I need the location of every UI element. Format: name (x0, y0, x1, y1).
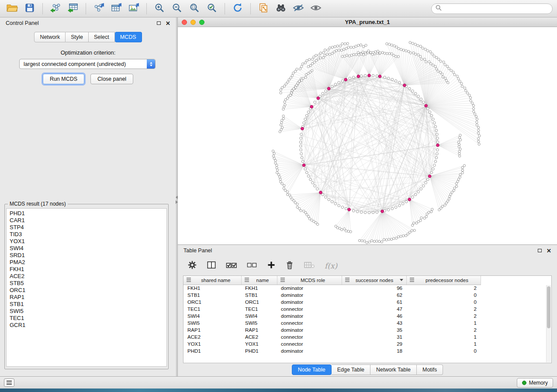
mcds-result-item[interactable]: ORC1 (10, 287, 163, 294)
table-cell: 29 (342, 340, 406, 347)
table-panel-title: Table Panel (183, 248, 212, 254)
mcds-result-item[interactable]: SRD1 (10, 252, 163, 259)
mcds-result-item[interactable]: YOX1 (10, 238, 163, 245)
table-cell: 62 (342, 292, 406, 299)
zoom-out-button[interactable] (169, 2, 185, 15)
add-column-button[interactable] (267, 261, 276, 271)
search-input[interactable] (444, 5, 548, 12)
network-graph[interactable] (178, 27, 557, 244)
run-mcds-button[interactable]: Run MCDS (43, 74, 84, 84)
table-row[interactable]: FKH1FKH1dominator962 (183, 285, 481, 292)
tab-style[interactable]: Style (66, 32, 89, 42)
mcds-result-item[interactable]: SWI4 (10, 245, 163, 252)
toolbar-separator (250, 3, 251, 14)
network-canvas[interactable] (178, 27, 557, 244)
export-image-button[interactable] (126, 2, 142, 15)
mcds-result-item[interactable]: STP4 (10, 224, 163, 231)
table-row[interactable]: SWI4SWI4dominator462 (183, 313, 481, 320)
hide-selected-button[interactable] (291, 2, 306, 15)
save-session-button[interactable] (22, 2, 38, 15)
column-label: name (252, 278, 274, 283)
table-row[interactable]: ORC1ORC1dominator610 (183, 299, 481, 306)
mcds-result-item[interactable]: TID3 (10, 231, 163, 238)
mcds-result-item[interactable]: STB5 (10, 280, 163, 287)
export-table-button[interactable] (108, 2, 124, 15)
memory-status-icon (522, 381, 526, 385)
zoom-fit-button[interactable] (187, 2, 202, 15)
tab-motifs[interactable]: Motifs (417, 364, 443, 375)
mcds-result-item[interactable]: CAR1 (10, 217, 163, 224)
optimization-criterion-label: Optimization criterion: (0, 49, 176, 56)
save-floppy-icon (25, 3, 35, 14)
table-row[interactable]: PHD1PHD1dominator180 (183, 347, 481, 354)
table-cell: 0 (406, 299, 481, 306)
import-table-button[interactable] (65, 2, 81, 15)
mcds-result-item[interactable]: GCR1 (10, 322, 163, 329)
close-panel-icon[interactable]: ✕ (547, 248, 551, 254)
select-all-button[interactable] (226, 261, 237, 271)
table-row[interactable]: TEC1TEC1connector472 (183, 306, 481, 313)
mcds-result-item[interactable]: PHD1 (10, 210, 163, 217)
table-row[interactable]: ACE2ACE2connector311 (183, 334, 481, 340)
table-settings-button[interactable] (187, 260, 197, 272)
show-columns-button[interactable] (207, 261, 216, 271)
column-header-successor-nodes[interactable]: successor nodes (342, 276, 406, 285)
close-window-icon[interactable] (182, 20, 187, 25)
show-all-button[interactable] (308, 2, 324, 15)
close-panel-icon[interactable]: ✕ (166, 21, 170, 26)
show-panels-button[interactable] (4, 378, 14, 387)
tab-select[interactable]: Select (89, 32, 115, 42)
table-scrollbar[interactable] (546, 285, 551, 362)
column-header-shared-name[interactable]: shared name (183, 276, 241, 285)
search-box (431, 3, 553, 14)
minimize-window-icon[interactable] (190, 20, 196, 25)
mcds-result-item[interactable]: RAP1 (10, 294, 163, 301)
float-panel-icon[interactable] (538, 249, 542, 252)
mcds-result-item[interactable]: TEC1 (10, 315, 163, 322)
function-builder-button[interactable]: f(x) (325, 261, 337, 270)
table-row[interactable]: RAP1RAP1dominator352 (183, 327, 481, 334)
memory-button[interactable]: Memory (517, 378, 553, 388)
close-panel-button[interactable]: Close panel (90, 74, 133, 84)
find-button[interactable] (273, 2, 289, 15)
tab-network-table[interactable]: Network Table (370, 364, 417, 375)
import-network-button[interactable] (48, 2, 63, 15)
maximize-window-icon[interactable] (199, 20, 204, 25)
column-header-predecessor-nodes[interactable]: predecessor nodes (406, 276, 481, 285)
dropdown-stepper-icon (147, 59, 155, 69)
apply-layout-button[interactable] (230, 2, 246, 15)
table-cell: 1 (406, 334, 481, 340)
tab-mcds[interactable]: MCDS (115, 32, 142, 42)
mcds-result-item[interactable]: ACE2 (10, 273, 163, 280)
zoom-selected-button[interactable] (204, 2, 220, 15)
mcds-result-item[interactable]: FKH1 (10, 266, 163, 273)
export-network-button[interactable] (91, 2, 107, 15)
delete-column-button[interactable] (285, 261, 294, 272)
float-panel-icon[interactable] (157, 21, 161, 25)
column-icon (187, 278, 191, 283)
table-cell: STB1 (241, 292, 277, 299)
export-network-icon (93, 3, 104, 15)
clone-network-button[interactable] (256, 2, 271, 15)
open-file-button[interactable] (4, 2, 20, 15)
table-row[interactable]: SWI5SWI5connector431 (183, 320, 481, 327)
mcds-result-item[interactable]: SWI5 (10, 308, 163, 315)
table-cell: FKH1 (183, 285, 241, 292)
mcds-result-list[interactable]: PHD1CAR1STP4TID3YOX1SWI4SRD1PMA2FKH1ACE2… (6, 208, 167, 367)
column-icon (280, 278, 285, 283)
zoom-in-button[interactable] (152, 2, 167, 15)
tab-edge-table[interactable]: Edge Table (332, 364, 370, 375)
mcds-result-item[interactable]: STB1 (10, 301, 163, 308)
criterion-dropdown[interactable]: largest connected component (undirected) (19, 59, 156, 69)
tab-node-table[interactable]: Node Table (292, 364, 332, 375)
deselect-all-button[interactable] (247, 261, 257, 271)
tab-network[interactable]: Network (34, 32, 66, 42)
mcds-result-item[interactable]: PMA2 (10, 259, 163, 266)
scrollbar-thumb[interactable] (547, 286, 550, 328)
column-header-mcds-role[interactable]: MCDS role (277, 276, 342, 285)
table-row[interactable]: YOX1YOX1connector291 (183, 340, 481, 347)
table-tabs: Node TableEdge TableNetwork TableMotifs (178, 363, 557, 376)
table-row[interactable]: STB1STB1dominator620 (183, 292, 481, 299)
table-cell: 1 (406, 340, 481, 347)
column-header-name[interactable]: name (241, 276, 277, 285)
